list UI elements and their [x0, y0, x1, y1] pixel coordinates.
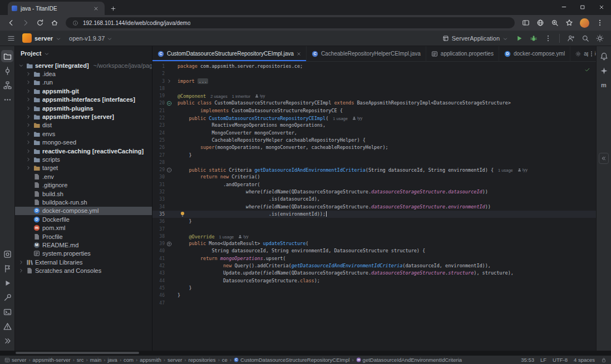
breadcrumb-server[interactable]: server: [4, 357, 26, 363]
caret-position[interactable]: 35:53: [521, 357, 534, 363]
breadcrumb-main[interactable]: main: [90, 357, 102, 363]
scrollbar-thumb[interactable]: [16, 352, 139, 354]
author-hint[interactable]: lyy: [255, 92, 265, 99]
bookmarks-icon[interactable]: [1, 262, 13, 275]
tree-item-scripts[interactable]: scripts: [15, 155, 152, 163]
search-everywhere-icon[interactable]: [579, 32, 592, 44]
code-line-33[interactable]: 33 .is(datasourceId),: [152, 196, 596, 203]
tree-item-system.properties[interactable]: system.properties: [15, 250, 152, 258]
folded-region[interactable]: ...: [198, 78, 208, 84]
translate-icon[interactable]: [534, 16, 547, 29]
code-line-1[interactable]: 1package com.appsmith.server.repositorie…: [152, 63, 596, 70]
tree-item-server[interactable]: server [integrated]~/workspace/java/page…: [15, 61, 152, 69]
tree-item-procfile[interactable]: Procfile: [15, 232, 152, 241]
tree-item-pom.xml[interactable]: mpom.xml: [15, 223, 152, 232]
line-number[interactable]: 1: [152, 63, 165, 70]
code-line-27[interactable]: 27 }: [152, 152, 596, 159]
terminal-icon[interactable]: [1, 306, 13, 318]
line-number[interactable]: 43: [152, 270, 165, 277]
tab-list-menu-icon[interactable]: [588, 48, 595, 58]
line-number[interactable]: 41: [152, 255, 165, 262]
code-line-39[interactable]: 39 public Mono<UpdateResult> updateStruc…: [152, 240, 596, 247]
line-number[interactable]: 45: [152, 285, 165, 292]
code-line-38[interactable]: 38 @Override1 usagelyy: [152, 233, 596, 240]
line-number[interactable]: 26: [152, 144, 165, 151]
editor-tab-docker-compose.yml[interactable]: Ddocker-compose.yml: [499, 46, 570, 61]
line-number[interactable]: 36: [152, 218, 165, 225]
maven-icon[interactable]: m: [598, 79, 610, 91]
code-line-46[interactable]: 46}: [152, 292, 596, 299]
line-number[interactable]: 23: [152, 122, 165, 129]
breadcrumb-java[interactable]: java: [107, 357, 117, 363]
tree-item-readme.md[interactable]: MREADME.md: [15, 241, 152, 249]
project-selector[interactable]: server: [22, 33, 61, 43]
editor-tab-customdatasourcestructurerepositoryceimpl.java[interactable]: CCustomDatasourceStructureRepositoryCEIm…: [152, 46, 307, 61]
subclassed-icon[interactable]: [166, 101, 172, 106]
code-line-2[interactable]: 2: [152, 70, 596, 77]
debug-button[interactable]: [527, 32, 540, 44]
code-line-28[interactable]: 28: [152, 159, 596, 166]
tree-item-reactive-caching[interactable]: reactive-caching [reactiveCaching]: [15, 147, 152, 155]
more-actions-icon[interactable]: [541, 32, 555, 44]
code-line-43[interactable]: 43 Update.update(fieldName(QDatasourceSt…: [152, 270, 596, 277]
line-number[interactable]: 42: [152, 262, 165, 270]
code-editor[interactable]: 1package com.appsmith.server.repositorie…: [152, 62, 596, 351]
hide-strip-button[interactable]: [599, 153, 609, 164]
code-line-44[interactable]: 44 DatasourceStorageStructure.class);: [152, 277, 596, 285]
code-line-37[interactable]: 37: [152, 226, 596, 233]
problems-icon[interactable]: [1, 320, 13, 332]
code-line-20[interactable]: 20public class CustomDatasourceStructure…: [152, 99, 596, 107]
breadcrumb-src[interactable]: src: [77, 357, 84, 363]
line-number[interactable]: 21: [152, 107, 165, 114]
home-button[interactable]: [48, 16, 61, 29]
line-number[interactable]: 31: [152, 181, 165, 188]
line-number[interactable]: 29: [152, 166, 165, 173]
ai-assistant-icon[interactable]: [598, 64, 610, 77]
tree-item-appsmith-git[interactable]: appsmith-git: [15, 87, 152, 95]
code-line-26[interactable]: 26 super(mongoOperations, mongoConverter…: [152, 144, 596, 151]
version-selector[interactable]: open-v1.9.37: [69, 34, 112, 41]
run-icon[interactable]: [1, 277, 13, 289]
tree-item-mongo-seed[interactable]: mongo-seed: [15, 138, 152, 147]
tree-item-appsmith-plugins[interactable]: appsmith-plugins: [15, 104, 152, 112]
run-button[interactable]: [513, 32, 526, 44]
main-menu-icon[interactable]: [4, 32, 18, 44]
tab-close-icon[interactable]: [297, 52, 301, 56]
author-hint[interactable]: lyy: [352, 114, 362, 122]
code-line-45[interactable]: 45 }: [152, 285, 596, 292]
code-line-30[interactable]: 30 return new Criteria(): [152, 173, 596, 181]
line-number[interactable]: 28: [152, 159, 165, 166]
line-number[interactable]: 27: [152, 152, 165, 159]
line-number[interactable]: 40: [152, 247, 165, 255]
code-line-21[interactable]: 21 implements CustomDatasourceStructureR…: [152, 107, 596, 114]
line-number[interactable]: 44: [152, 277, 165, 285]
site-info-icon[interactable]: [71, 19, 79, 27]
inspections-ok-icon[interactable]: [584, 64, 590, 74]
line-ending[interactable]: LF: [540, 357, 546, 363]
forward-button[interactable]: [19, 16, 32, 29]
code-line-29[interactable]: 29 public static Criteria getDatasourceI…: [152, 166, 596, 173]
code-line-34[interactable]: 34 where(fieldName(QDatasourceStorageStr…: [152, 203, 596, 211]
browser-tab[interactable]: java - TitanIDE: [8, 2, 105, 15]
editor-tab-cacheablerepositoryhelperceimpl.java[interactable]: CCacheableRepositoryHelperCEImpl.java: [307, 46, 426, 61]
line-number[interactable]: 35: [152, 211, 165, 218]
more-tools-icon[interactable]: [1, 93, 13, 106]
tree-item-target[interactable]: target: [15, 164, 152, 172]
breadcrumb-appsmith[interactable]: appsmith: [140, 357, 161, 363]
line-number[interactable]: 25: [152, 137, 165, 144]
line-number[interactable]: 30: [152, 173, 165, 181]
code-line-25[interactable]: 25 CacheableRepositoryHelper cacheableRe…: [152, 137, 596, 144]
author-hint[interactable]: lyy: [518, 166, 528, 173]
build-icon[interactable]: [1, 291, 13, 303]
collaborate-icon[interactable]: [564, 32, 578, 44]
tree-item-envs[interactable]: envs: [15, 129, 152, 138]
code-line-36[interactable]: 36 }: [152, 218, 596, 225]
editor-tab-application.properties[interactable]: application.properties: [426, 46, 499, 61]
code-line-23[interactable]: 23 ReactiveMongoOperations mongoOperatio…: [152, 122, 596, 129]
line-number[interactable]: 39: [152, 240, 165, 247]
breadcrumb-appsmith-server[interactable]: appsmith-server: [33, 357, 71, 363]
services-icon[interactable]: [1, 248, 13, 260]
maximize-button[interactable]: [573, 0, 592, 14]
indent-style[interactable]: 4 spaces: [574, 357, 595, 363]
code-line-3[interactable]: 3import ...: [152, 78, 596, 85]
